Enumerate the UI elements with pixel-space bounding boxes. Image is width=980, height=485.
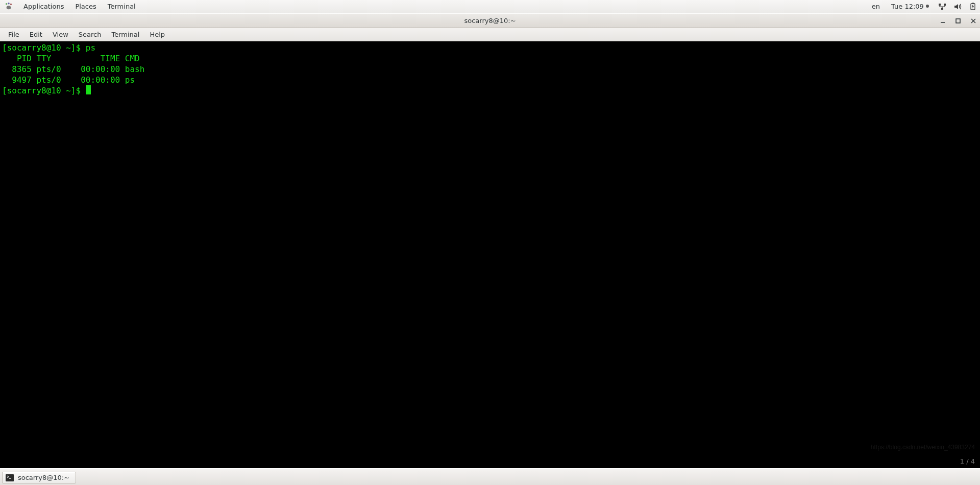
gnome-logo-icon [3,2,14,11]
svg-point-1 [8,3,10,5]
system-top-panel: Applications Places Terminal en Tue 12:0… [0,0,980,13]
menu-view[interactable]: View [47,29,74,40]
page-indicator: 1 / 4 [960,457,975,465]
language-indicator[interactable]: en [870,2,882,11]
svg-rect-13 [6,474,14,481]
menu-edit[interactable]: Edit [24,29,47,40]
terminal-line: 9497 pts/0 00:00:00 ps [2,75,135,85]
terminal-app-icon [6,474,14,481]
places-menu[interactable]: Places [73,2,98,11]
window-title: socarry8@10:~ [0,17,980,25]
close-button[interactable] [970,17,977,25]
menu-terminal[interactable]: Terminal [106,29,144,40]
clock[interactable]: Tue 12:09 [889,2,931,11]
terminal-line: [socarry8@10 ~]$ ps [2,43,95,53]
svg-rect-10 [956,19,960,23]
volume-icon[interactable] [953,3,962,11]
terminal-viewport[interactable]: [socarry8@10 ~]$ ps PID TTY TIME CMD 836… [0,41,980,468]
watermark-text: https://blog.csdn.net/weixin_43983274 [871,444,975,451]
menu-search[interactable]: Search [74,29,107,40]
taskbar-entry-terminal[interactable]: socarry8@10:~ [2,472,76,483]
bottom-taskbar: socarry8@10:~ [0,470,980,485]
taskbar-entry-label: socarry8@10:~ [18,474,69,481]
cursor-icon [86,85,91,94]
active-app-menu[interactable]: Terminal [106,2,138,11]
terminal-line: 8365 pts/0 00:00:00 bash [2,64,144,74]
menu-file[interactable]: File [3,29,24,40]
terminal-line: PID TTY TIME CMD [2,54,140,63]
window-titlebar[interactable]: socarry8@10:~ [0,14,980,28]
applications-menu[interactable]: Applications [21,2,66,11]
svg-point-2 [10,4,12,6]
terminal-window: socarry8@10:~ File Edit View Search Term… [0,13,980,468]
svg-rect-8 [972,3,974,4]
svg-point-3 [7,6,11,9]
maximize-button[interactable] [954,17,962,25]
svg-rect-6 [941,8,943,10]
menubar: File Edit View Search Terminal Help [0,28,980,41]
network-icon[interactable] [938,3,946,11]
terminal-line: [socarry8@10 ~]$ [2,86,91,95]
menu-help[interactable]: Help [144,29,170,40]
svg-point-0 [6,3,8,5]
clock-dot-icon [926,5,929,8]
battery-icon[interactable] [969,3,977,11]
svg-rect-5 [944,4,946,6]
minimize-button[interactable] [939,17,946,25]
clock-text: Tue 12:09 [891,3,924,10]
svg-rect-4 [939,4,941,6]
